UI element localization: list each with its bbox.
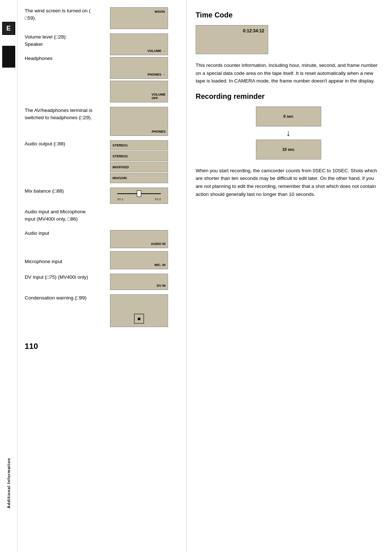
time-code-display: 0:12:34:12 <box>196 25 268 54</box>
volume-section: Volume level (□28):SpeakerHeadphones VOL… <box>25 33 181 102</box>
volume-off-screen: VOLUMEOFF <box>110 81 168 102</box>
stereo2-item: STEREO2 <box>110 151 168 161</box>
phones-screen-1: PHONES → <box>110 57 168 79</box>
st1-label: ST-1 <box>117 198 123 201</box>
phones-label-1: PHONES → <box>147 73 166 76</box>
left-column: The wind screen is turned on ( □59). WSO… <box>17 0 184 552</box>
condensation-image: ■ <box>97 294 181 327</box>
audio-output-screens: STEREO1 STEREO2 MIX/FIXED MIX/VARI <box>110 140 168 183</box>
av-phones-display: PHONES <box>110 107 168 136</box>
reminder-screen-2: 10 sec <box>256 140 321 160</box>
dv-input-text: DV input (□75) (MV400i only) <box>25 274 97 281</box>
mix-balance-section: Mix balance (□88) ST-1 ST-2 <box>25 188 181 204</box>
arrow-down-icon: ↓ <box>286 129 291 137</box>
mix-balance-labels: ST-1 ST-2 <box>117 198 161 201</box>
audio-in-display: AUDIO IN <box>110 230 168 248</box>
audio-mic-text: Audio input and Microphone input (MV400i… <box>25 208 97 265</box>
volume-text: Volume level (□28):SpeakerHeadphones <box>25 33 97 62</box>
dv-input-section: DV input (□75) (MV400i only) DV IN <box>25 274 181 290</box>
time-code-title: Time Code <box>196 11 381 19</box>
condensation-symbol: ■ <box>138 316 140 322</box>
audio-mic-section: Audio input and Microphone input (MV400i… <box>25 208 181 269</box>
wind-screen-display: WSON <box>110 7 168 29</box>
recording-reminder-section: Recording reminder 0 sec ↓ 10 sec When y… <box>196 92 381 198</box>
audio-in-label: AUDIO IN <box>151 242 166 246</box>
volume-screens: VOLUME → PHONES → VOLUMEOFF <box>110 33 168 102</box>
reminder-label-1: 0 sec <box>283 114 294 118</box>
audio-mic-image: AUDIO IN MIC. IN <box>97 208 181 269</box>
st2-label: ST-2 <box>155 198 161 201</box>
mix-vari-label: MIX/VARI <box>113 176 127 180</box>
av-phones-label: PHONES <box>152 130 166 133</box>
mix-balance-image: ST-1 ST-2 <box>97 188 181 204</box>
e-label: E <box>2 22 15 35</box>
audio-mic-screens: AUDIO IN MIC. IN <box>110 230 168 269</box>
audio-output-image: STEREO1 STEREO2 MIX/FIXED MIX/VARI <box>97 140 181 183</box>
mic-in-label: MIC. IN <box>155 263 166 267</box>
audio-output-section: Audio output (□88) STEREO1 STEREO2 MIX/F… <box>25 140 181 183</box>
wson-label: WSON <box>155 10 165 13</box>
mix-balance-text: Mix balance (□88) <box>25 188 97 195</box>
volume-image: VOLUME → PHONES → VOLUMEOFF <box>97 33 181 102</box>
recording-reminder-body: When you start recording, the camcorder … <box>196 167 381 198</box>
stereo1-item: STEREO1 <box>110 140 168 150</box>
av-headphones-section: The AV/headphones terminal is switched t… <box>25 107 181 136</box>
page-number: 110 <box>25 342 181 351</box>
column-divider <box>186 0 187 552</box>
stereo1-label: STEREO1 <box>113 144 128 147</box>
av-headphones-image: PHONES <box>97 107 181 136</box>
stereo2-label: STEREO2 <box>113 154 128 158</box>
reminder-displays: 0 sec ↓ 10 sec <box>196 106 381 160</box>
time-code-body: This records counter information, includ… <box>196 61 381 85</box>
mix-balance-bar <box>117 190 161 197</box>
reminder-screen-1: 0 sec <box>256 106 321 126</box>
time-code-value: 0:12:34:12 <box>243 28 264 33</box>
volume-off-label: VOLUMEOFF <box>151 93 166 100</box>
mic-in-display: MIC. IN <box>110 251 168 269</box>
mix-balance-display: ST-1 ST-2 <box>110 188 168 204</box>
volume-label-1: VOLUME → <box>147 49 166 53</box>
mix-fixed-item: MIX/FIXED <box>110 162 168 172</box>
av-headphones-text: The AV/headphones terminal is switched t… <box>25 107 97 121</box>
condensation-icon: ■ <box>134 314 144 324</box>
volume-screen-1: VOLUME → <box>110 33 168 55</box>
wind-screen-section: The wind screen is turned on ( □59). WSO… <box>25 7 181 29</box>
sidebar: E Additional Information <box>0 0 17 552</box>
mix-vari-item: MIX/VARI <box>110 173 168 183</box>
audio-output-text: Audio output (□88) <box>25 140 97 148</box>
condensation-section: Condensation warning (□99) ■ <box>25 294 181 327</box>
condensation-text: Condensation warning (□99) <box>25 294 97 302</box>
reminder-label-2: 10 sec <box>282 147 295 152</box>
condensation-display: ■ <box>110 294 168 327</box>
dv-in-label: DV IN <box>157 284 166 287</box>
right-column: Time Code 0:12:34:12 This records counte… <box>188 0 392 552</box>
mix-fixed-label: MIX/FIXED <box>113 165 129 169</box>
recording-reminder-title: Recording reminder <box>196 92 381 101</box>
dv-input-image: DV IN <box>97 274 181 290</box>
sidebar-label: Additional Information <box>7 458 11 508</box>
sidebar-black-box <box>2 46 15 68</box>
dv-in-display: DV IN <box>110 274 168 290</box>
wind-screen-image: WSON <box>97 7 181 29</box>
main-content: The wind screen is turned on ( □59). WSO… <box>17 0 392 552</box>
wind-screen-text: The wind screen is turned on ( □59). <box>25 7 97 21</box>
